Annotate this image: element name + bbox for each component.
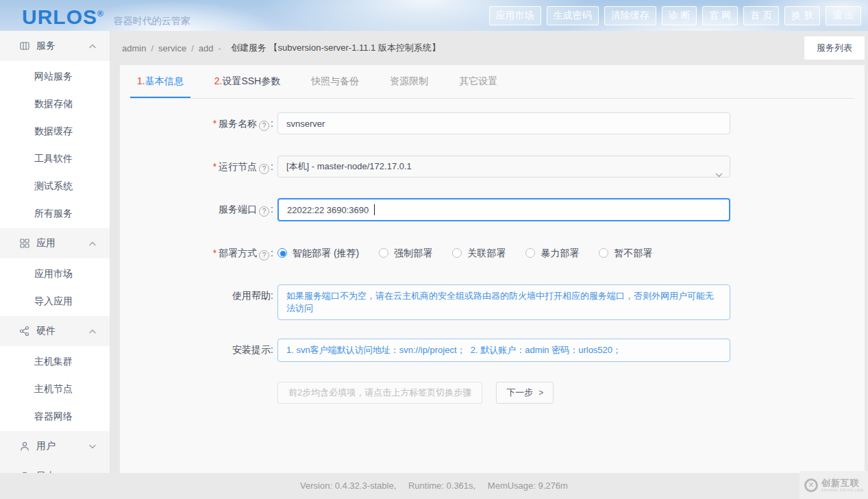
runtime-text: Runtime: 0.361s, [408, 480, 475, 491]
breadcrumb-service[interactable]: service [158, 43, 186, 53]
sidebar-item-test-system[interactable]: 测试系统 [0, 172, 110, 199]
tab-snapshot-backup[interactable]: 快照与备份 [304, 65, 366, 98]
radio-label: 暴力部署 [541, 242, 579, 264]
sidebar-group-label: 硬件 [36, 325, 55, 337]
sidebar-group-apps[interactable]: 应用 [0, 228, 110, 258]
tab-ssh-params[interactable]: 2.设置SSH参数 [208, 65, 287, 98]
run-node-select[interactable]: [本机] - master-node/172.17.0.1 [277, 156, 730, 178]
next-step-label: 下一步 [506, 387, 533, 399]
sidebar-group-services[interactable]: 服务 [0, 31, 110, 61]
radio-label: 强制部署 [394, 242, 432, 264]
tagline: 容器时代的云管家 [114, 15, 190, 27]
service-port-label: 服务端口?: [120, 198, 277, 220]
steps-note-button: 前2步均含必填项，请点击上方标签页切换步骤 [277, 382, 482, 404]
sidebar-item-data-cache[interactable]: 数据缓存 [0, 117, 110, 145]
radio-smart-deploy[interactable]: 智能部署 (推荐) [277, 242, 359, 264]
sidebar: 服务 网站服务 数据存储 数据缓存 工具软件 测试系统 所有服务 应用 应用市场… [0, 31, 110, 473]
sidebar-group-label: 服务 [36, 40, 55, 52]
sidebar-item-all-services[interactable]: 所有服务 [0, 199, 110, 227]
app-market-button[interactable]: 应用市场 [489, 6, 541, 25]
logo: URLOS® [22, 0, 104, 32]
home-button[interactable]: 首 页 [743, 6, 779, 25]
diagnose-button[interactable]: 诊 断 [662, 6, 697, 25]
vendor-logo-icon: ✕ [804, 478, 818, 492]
tab-number: 1. [137, 75, 145, 86]
logout-button[interactable]: 退 出 [826, 6, 861, 25]
deploy-mode-radio-group: 智能部署 (推荐) 强制部署 关联部署 暴力部署 [277, 242, 730, 264]
help-icon[interactable]: ? [259, 164, 269, 174]
sidebar-item-app-market[interactable]: 应用市场 [0, 260, 110, 287]
required-mark: * [213, 247, 216, 258]
text-cursor [374, 204, 375, 215]
radio-no-deploy[interactable]: 暂不部署 [599, 242, 652, 264]
usage-help-label: 使用帮助: [120, 284, 277, 306]
chevron-up-icon [89, 44, 96, 49]
sidebar-item-website-service[interactable]: 网站服务 [0, 62, 110, 90]
registered-mark: ® [97, 9, 104, 19]
sidebar-item-import-app[interactable]: 导入应用 [0, 287, 110, 315]
help-icon[interactable]: ? [259, 121, 269, 131]
vendor-name: 创新互联 [821, 478, 864, 488]
services-icon [19, 40, 30, 51]
brand: URLOS® 容器时代的云管家 [0, 0, 190, 32]
sidebar-group-logs[interactable]: 日志 [0, 461, 110, 473]
gen-password-button[interactable]: 生成密码 [547, 6, 599, 25]
chevron-right-icon: > [538, 388, 543, 398]
required-mark: * [213, 118, 216, 129]
app-header: URLOS® 容器时代的云管家 应用市场 生成密码 清除缓存 诊 断 官 网 首… [0, 0, 868, 31]
sidebar-group-users[interactable]: 用户 [0, 431, 110, 461]
form-card: 1.基本信息 2.设置SSH参数 快照与备份 资源限制 其它设置 *服务名称?: [120, 65, 865, 473]
radio-label: 智能部署 (推荐) [293, 242, 359, 264]
tab-label: 设置SSH参数 [222, 75, 280, 86]
breadcrumb-separator: / [191, 43, 194, 53]
radio-linked-deploy[interactable]: 关联部署 [452, 242, 506, 264]
header-buttons: 应用市场 生成密码 清除缓存 诊 断 官 网 首 页 换 肤 退 出 [489, 6, 868, 25]
radio-circle-icon [452, 248, 462, 258]
next-step-button[interactable]: 下一步 > [496, 382, 554, 404]
radio-label: 关联部署 [467, 242, 506, 264]
apps-icon [19, 238, 30, 249]
label-text: 部署方式 [219, 247, 257, 258]
sidebar-item-container-network[interactable]: 容器网络 [0, 402, 110, 430]
change-skin-button[interactable]: 换 肤 [784, 6, 820, 25]
required-mark: * [213, 161, 216, 172]
radio-brute-deploy[interactable]: 暴力部署 [525, 242, 579, 264]
service-list-button[interactable]: 服务列表 [804, 36, 865, 60]
breadcrumb-admin[interactable]: admin [122, 43, 146, 53]
radio-force-deploy[interactable]: 强制部署 [379, 242, 432, 264]
label-text: 运行节点 [219, 161, 257, 172]
label-text: 服务端口 [219, 204, 257, 215]
help-icon[interactable]: ? [259, 206, 269, 217]
status-bar: Version: 0.4.32.3-stable, Runtime: 0.361… [0, 473, 868, 499]
tab-label: 基本信息 [145, 75, 184, 86]
help-icon[interactable]: ? [259, 250, 269, 260]
radio-label: 暂不部署 [614, 242, 652, 264]
sidebar-submenu-hardware: 主机集群 主机节点 容器网络 [0, 346, 110, 431]
breadcrumb-add[interactable]: add [199, 43, 214, 53]
sidebar-group-hardware[interactable]: 硬件 [0, 316, 110, 346]
service-name-input[interactable] [277, 112, 730, 134]
tab-bar: 1.基本信息 2.设置SSH参数 快照与备份 资源限制 其它设置 [130, 65, 854, 99]
run-node-selected-value: [本机] - master-node/172.17.0.1 [286, 161, 412, 171]
vendor-watermark: ✕ 创新互联 CHUANG XIN HU LIAN [799, 471, 868, 499]
sidebar-item-tool-software[interactable]: 工具软件 [0, 145, 110, 172]
radio-circle-icon [525, 248, 535, 258]
install-tip-label: 安装提示: [120, 339, 277, 361]
logo-text: URLOS [22, 5, 97, 28]
sidebar-item-data-storage[interactable]: 数据存储 [0, 90, 110, 117]
official-site-button[interactable]: 官 网 [702, 6, 738, 25]
tab-label: 其它设置 [459, 75, 497, 86]
clear-cache-button[interactable]: 清除缓存 [604, 6, 656, 25]
tab-number: 2. [214, 75, 223, 86]
install-tip-box: 1. svn客户端默认访问地址：svn://ip/project； 2. 默认账… [277, 339, 730, 362]
page-title: 创建服务 【subversion-server-1.11.1 版本控制系统】 [231, 42, 441, 54]
tab-other-settings[interactable]: 其它设置 [452, 65, 504, 98]
sidebar-item-host-cluster[interactable]: 主机集群 [0, 348, 110, 375]
sidebar-item-host-node[interactable]: 主机节点 [0, 375, 110, 402]
label-text: 安装提示 [232, 344, 271, 355]
tab-resource-limit[interactable]: 资源限制 [383, 65, 435, 98]
service-name-label: *服务名称?: [120, 112, 277, 134]
breadcrumb-separator: / [151, 43, 153, 53]
service-port-input[interactable] [277, 198, 730, 221]
tab-basic-info[interactable]: 1.基本信息 [130, 65, 190, 98]
